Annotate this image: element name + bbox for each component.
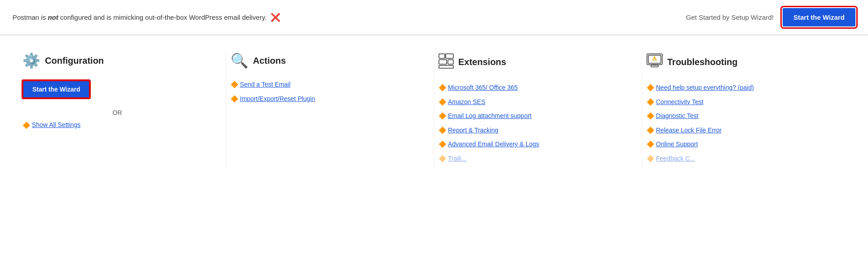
or-divider: OR xyxy=(22,109,212,116)
trailing-icon: 🔶 xyxy=(438,155,446,162)
trailing-label: Traili... xyxy=(448,154,466,163)
email-log-icon: 🔶 xyxy=(438,112,446,119)
actions-links: 🔶 Send a Test Email 🔶 Import/Export/Rese… xyxy=(230,80,420,103)
setup-wizard-prompt: Get Started by Setup Wizard! xyxy=(686,13,774,21)
svg-point-10 xyxy=(655,60,655,60)
start-wizard-button-top[interactable]: Start the Wizard xyxy=(783,8,855,26)
connectivity-test-icon: 🔶 xyxy=(647,98,654,105)
troubleshooting-links: 🔶 Need help setup everything? (paid) 🔶 C… xyxy=(647,83,837,163)
page-wrapper: Postman is not configured and is mimicki… xyxy=(0,0,868,254)
amazon-ses-label: Amazon SES xyxy=(448,98,485,107)
send-test-email-icon: 🔶 xyxy=(230,81,238,88)
report-tracking-icon: 🔶 xyxy=(438,127,446,134)
svg-rect-8 xyxy=(651,65,658,67)
configuration-icon: ⚙️ xyxy=(22,53,40,68)
feedback-icon: 🔶 xyxy=(647,155,654,162)
send-test-email-label: Send a Test Email xyxy=(240,80,291,89)
notice-text: Postman is not configured and is mimicki… xyxy=(13,13,267,21)
extensions-links: 🔶 Microsoft 365/ Office 365 🔶 Amazon SES… xyxy=(438,83,628,163)
feedback-label: Feedback C... xyxy=(656,154,695,163)
microsoft365-icon: 🔶 xyxy=(438,84,446,91)
connectivity-test-link[interactable]: 🔶 Connectivity Test xyxy=(647,98,837,107)
actions-title: Actions xyxy=(253,56,286,66)
troubleshooting-header: Troubleshooting xyxy=(647,53,837,71)
notice-message: Postman is not configured and is mimicki… xyxy=(13,13,280,22)
show-all-settings-label: Show All Settings xyxy=(32,121,80,130)
report-tracking-link[interactable]: 🔶 Report & Tracking xyxy=(438,126,628,135)
troubleshooting-section: Troubleshooting 🔶 Need help setup everyt… xyxy=(642,53,850,169)
need-help-label: Need help setup everything? (paid) xyxy=(656,83,754,92)
main-content: ⚙️ Configuration Start the Wizard OR 🔶 S… xyxy=(0,35,868,187)
actions-section: 🔍 Actions 🔶 Send a Test Email 🔶 Import/E… xyxy=(226,53,434,169)
import-export-link[interactable]: 🔶 Import/Export/Reset Plugin xyxy=(230,95,420,104)
extensions-title: Extensions xyxy=(458,57,506,67)
svg-rect-4 xyxy=(439,66,453,68)
actions-header: 🔍 Actions xyxy=(230,53,420,68)
settings-link-icon: 🔶 xyxy=(22,122,30,129)
actions-icon: 🔍 xyxy=(230,53,248,68)
start-wizard-button-main[interactable]: Start the Wizard xyxy=(22,80,90,98)
configuration-title: Configuration xyxy=(45,56,104,66)
advanced-email-icon: 🔶 xyxy=(438,140,446,148)
send-test-email-link[interactable]: 🔶 Send a Test Email xyxy=(230,80,420,89)
email-log-label: Email Log attachment support xyxy=(448,112,531,121)
notice-bar: Postman is not configured and is mimicki… xyxy=(0,0,868,35)
feedback-link[interactable]: 🔶 Feedback C... xyxy=(647,154,837,163)
import-export-label: Import/Export/Reset Plugin xyxy=(240,95,315,104)
advanced-email-link[interactable]: 🔶 Advanced Email Delivery & Logs xyxy=(438,140,628,149)
advanced-email-label: Advanced Email Delivery & Logs xyxy=(448,140,539,149)
trailing-link[interactable]: 🔶 Traili... xyxy=(438,154,628,163)
amazon-ses-icon: 🔶 xyxy=(438,98,446,105)
show-all-settings-link[interactable]: 🔶 Show All Settings xyxy=(22,121,212,130)
connectivity-test-label: Connectivity Test xyxy=(656,98,704,107)
diagnostic-test-link[interactable]: 🔶 Diagnostic Test xyxy=(647,112,837,121)
online-support-label: Online Support xyxy=(656,140,698,149)
diagnostic-test-icon: 🔶 xyxy=(647,112,654,119)
extensions-section: Extensions 🔶 Microsoft 365/ Office 365 🔶… xyxy=(434,53,642,169)
notice-right: Get Started by Setup Wizard! Start the W… xyxy=(686,8,855,26)
diagnostic-test-label: Diagnostic Test xyxy=(656,112,699,121)
svg-rect-2 xyxy=(439,60,447,64)
email-log-link[interactable]: 🔶 Email Log attachment support xyxy=(438,112,628,121)
release-lock-icon: 🔶 xyxy=(647,127,654,134)
online-support-link[interactable]: 🔶 Online Support xyxy=(647,140,837,149)
extensions-icon xyxy=(438,53,454,71)
configuration-section: ⚙️ Configuration Start the Wizard OR 🔶 S… xyxy=(18,53,226,169)
error-icon: ❌ xyxy=(270,13,280,22)
microsoft365-label: Microsoft 365/ Office 365 xyxy=(448,83,518,92)
need-help-icon: 🔶 xyxy=(647,84,654,91)
svg-rect-0 xyxy=(439,54,445,58)
amazon-ses-link[interactable]: 🔶 Amazon SES xyxy=(438,98,628,107)
report-tracking-label: Report & Tracking xyxy=(448,126,498,135)
release-lock-link[interactable]: 🔶 Release Lock File Error xyxy=(647,126,837,135)
configuration-body: Start the Wizard OR 🔶 Show All Settings xyxy=(22,80,212,130)
svg-rect-3 xyxy=(448,60,453,64)
microsoft365-link[interactable]: 🔶 Microsoft 365/ Office 365 xyxy=(438,83,628,92)
release-lock-label: Release Lock File Error xyxy=(656,126,722,135)
svg-rect-1 xyxy=(446,54,453,58)
troubleshooting-icon xyxy=(647,53,663,71)
configuration-header: ⚙️ Configuration xyxy=(22,53,212,68)
troubleshooting-title: Troubleshooting xyxy=(667,57,738,67)
import-export-icon: 🔶 xyxy=(230,95,238,102)
extensions-header: Extensions xyxy=(438,53,628,71)
online-support-icon: 🔶 xyxy=(647,140,654,148)
need-help-link[interactable]: 🔶 Need help setup everything? (paid) xyxy=(647,83,837,92)
